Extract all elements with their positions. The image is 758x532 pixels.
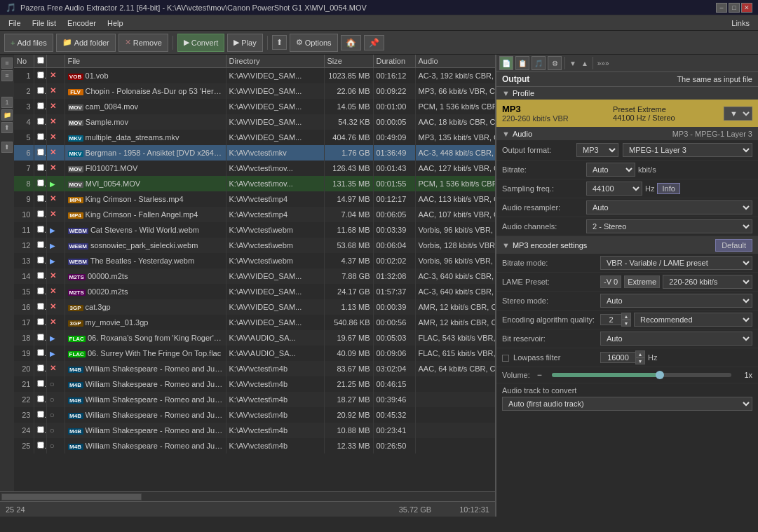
menu-file[interactable]: File (3, 18, 27, 29)
cell-check[interactable] (34, 83, 46, 99)
audio-collapse-icon[interactable]: ▼ (502, 130, 510, 138)
audio-track-select[interactable]: Auto (first audio track) (502, 397, 752, 411)
cell-check[interactable] (34, 407, 46, 423)
side-icon-4[interactable]: 📁 (1, 109, 13, 121)
sampling-select[interactable]: 44100 (586, 182, 642, 196)
channels-select[interactable]: 2 - Stereo (586, 219, 752, 233)
play-button[interactable]: ▶ Play (227, 34, 262, 52)
cell-check[interactable] (34, 145, 46, 161)
lowpass-spinbox-up[interactable]: ▲ (635, 350, 645, 357)
profile-dropdown[interactable]: ▼ (724, 107, 752, 121)
scrollbar-thumb[interactable] (1, 493, 142, 500)
lowpass-input[interactable] (600, 352, 635, 363)
encoding-quality-spinbox[interactable]: ▲ ▼ (600, 313, 631, 327)
volume-slider-track[interactable] (552, 373, 731, 377)
spinbox-down[interactable]: ▼ (621, 320, 631, 327)
options-button[interactable]: ⚙ Options (290, 34, 338, 52)
right-tb-btn-3[interactable]: 🎵 (532, 56, 546, 70)
table-row[interactable]: 11 ▶ WEBM Cat Stevens - Wild World.webm … (14, 222, 495, 238)
table-row[interactable]: 23 ○ M4B William Shakespeare - Romeo and… (14, 407, 495, 423)
cell-check[interactable] (34, 99, 46, 114)
col-header-check[interactable] (34, 55, 46, 68)
col-header-dir[interactable]: Directory (226, 55, 324, 68)
add-files-button[interactable]: + Add files (4, 34, 53, 52)
resampler-select[interactable]: Auto (586, 200, 752, 214)
links-button[interactable]: Links (726, 18, 755, 29)
cell-check[interactable] (34, 161, 46, 176)
table-row[interactable]: 24 ○ M4B William Shakespeare - Romeo and… (14, 423, 495, 438)
right-tb-btn-4[interactable]: ⚙ (548, 56, 562, 70)
table-row[interactable]: 16 ✕ 3GP cat.3gp K:\AV\VIDEO_SAM... 1.13… (14, 299, 495, 315)
toolbar-icon-1[interactable]: ⬆ (272, 35, 287, 50)
table-row[interactable]: 9 ✕ MP4 King Crimson - Starless.mp4 K:\A… (14, 191, 495, 207)
cell-check[interactable] (34, 253, 46, 268)
cell-check[interactable] (34, 114, 46, 130)
menu-file-list[interactable]: File list (27, 18, 62, 29)
right-tb-btn-1[interactable]: 📄 (499, 56, 513, 70)
side-icon-6[interactable]: ⬆ (1, 142, 13, 153)
cell-check[interactable] (34, 361, 46, 376)
table-row[interactable]: 5 ✕ MKV multiple_data_streams.mkv K:\AV\… (14, 130, 495, 145)
close-button[interactable]: ✕ (741, 3, 752, 13)
side-icon-1[interactable]: ≡ (1, 57, 13, 69)
cell-check[interactable] (34, 315, 46, 330)
table-row[interactable]: 17 ✕ 3GP my_movie_01.3gp K:\AV\VIDEO_SAM… (14, 315, 495, 330)
cell-check[interactable] (34, 207, 46, 222)
right-tb-more[interactable]: »»» (596, 58, 611, 69)
col-header-dur[interactable]: Duration (373, 55, 415, 68)
cell-check[interactable] (34, 176, 46, 191)
bitrate-mode-select[interactable]: VBR - Variable / LAME preset (600, 256, 752, 270)
convert-button[interactable]: ▶ Convert (177, 34, 225, 52)
cell-check[interactable] (34, 238, 46, 253)
col-header-file[interactable]: File (65, 55, 226, 68)
cell-check[interactable] (34, 299, 46, 315)
col-header-size[interactable]: Size (324, 55, 373, 68)
table-row[interactable]: 7 ✕ MOV FI010071.MOV K:\AV\vctest\mov...… (14, 161, 495, 176)
default-button[interactable]: Default (715, 239, 752, 252)
table-row[interactable]: 20 ✕ M4B William Shakespeare - Romeo and… (14, 361, 495, 376)
cell-check[interactable] (34, 330, 46, 346)
cell-check[interactable] (34, 222, 46, 238)
right-tb-arrow-up[interactable]: ▲ (580, 58, 590, 69)
encoding-quality-input[interactable] (600, 314, 621, 325)
table-row[interactable]: 2 ✕ FLV Chopin - Polonaise As-Dur op 53 … (14, 83, 495, 99)
add-folder-button[interactable]: 📁 Add folder (56, 34, 116, 52)
minimize-button[interactable]: – (716, 3, 727, 13)
menu-encoder[interactable]: Encoder (62, 18, 102, 29)
menu-help[interactable]: Help (102, 18, 129, 29)
table-row[interactable]: 4 ✕ MOV Sample.mov K:\AV\VIDEO_SAM... 54… (14, 114, 495, 130)
cell-check[interactable] (34, 346, 46, 361)
encoding-quality-select[interactable]: Recommended (634, 313, 752, 327)
profile-collapse-icon[interactable]: ▼ (502, 89, 510, 97)
lowpass-checkbox[interactable] (502, 355, 509, 362)
right-tb-btn-2[interactable]: 📋 (515, 56, 529, 70)
lame-range-select[interactable]: 220-260 kbit/s (663, 275, 752, 289)
table-row[interactable]: 22 ○ M4B William Shakespeare - Romeo and… (14, 392, 495, 407)
table-row[interactable]: 6 ✕ MKV Bergman - 1958 - Ansiktet [DVD x… (14, 145, 495, 161)
side-icon-2[interactable]: ≡ (1, 70, 13, 81)
col-header-audio[interactable]: Audio (415, 55, 495, 68)
table-row[interactable]: 14 ✕ M2TS 00000.m2ts K:\AV\VIDEO_SAM... … (14, 268, 495, 284)
volume-minus[interactable]: − (534, 370, 545, 380)
table-row[interactable]: 25 ○ M4B William Shakespeare - Romeo and… (14, 438, 495, 453)
table-row[interactable]: 15 ✕ M2TS 00020.m2ts K:\AV\VIDEO_SAM... … (14, 284, 495, 299)
spinbox-up[interactable]: ▲ (621, 313, 631, 320)
cell-check[interactable] (34, 392, 46, 407)
lowpass-spinbox[interactable]: ▲ ▼ (600, 350, 645, 364)
cell-check[interactable] (34, 68, 46, 83)
mp3-settings-collapse[interactable]: ▼ (502, 241, 510, 250)
file-table-container[interactable]: No File Directory Size Duration Audio 1 (14, 55, 495, 491)
table-row[interactable]: 8 ▶ MOV MVI_0054.MOV K:\AV\vctest\mov...… (14, 176, 495, 191)
col-header-no[interactable]: No (14, 55, 34, 68)
side-icon-5[interactable]: ⬆ (1, 122, 13, 133)
right-tb-arrow-down[interactable]: ▼ (568, 58, 578, 69)
table-row[interactable]: 13 ▶ WEBM The Beatles - Yesterday.webm K… (14, 253, 495, 268)
table-row[interactable]: 3 ✕ MOV cam_0084.mov K:\AV\VIDEO_SAM... … (14, 99, 495, 114)
col-header-type[interactable] (46, 55, 65, 68)
side-icon-3[interactable]: 1 (1, 97, 13, 108)
cell-check[interactable] (34, 191, 46, 207)
remove-button[interactable]: ✕ Remove (119, 34, 168, 52)
table-row[interactable]: 18 ▶ FLAC 06. Roxana's Song from 'King R… (14, 330, 495, 346)
table-row[interactable]: 10 ✕ MP4 King Crimson - Fallen Angel.mp4… (14, 207, 495, 222)
maximize-button[interactable]: □ (729, 3, 740, 13)
